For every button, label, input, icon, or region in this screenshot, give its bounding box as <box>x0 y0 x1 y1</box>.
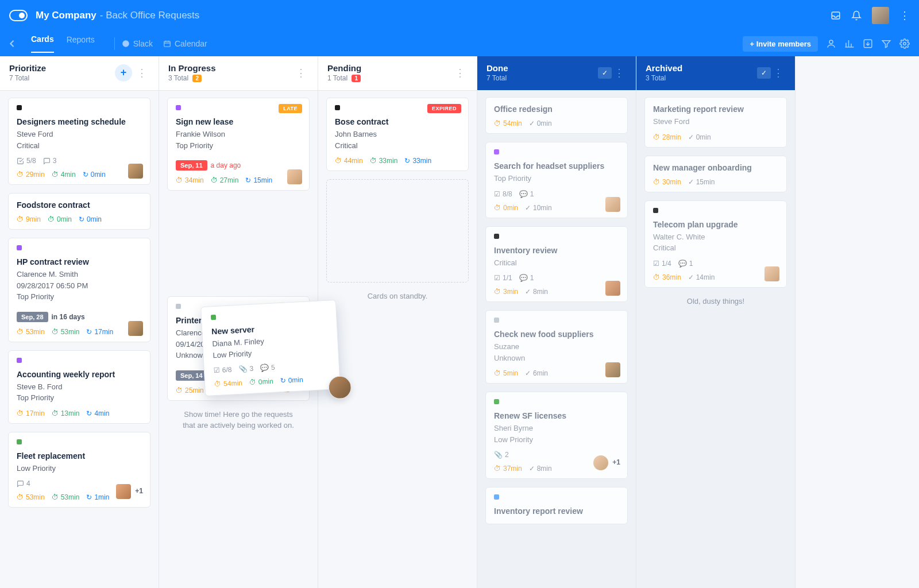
time-green: ⏱ 0min <box>48 215 72 223</box>
count-badge: 1 <box>352 75 361 82</box>
priority-dot-icon <box>494 234 499 239</box>
tab-cards[interactable]: Cards <box>31 34 54 53</box>
card[interactable]: Renew SF licenses Sheri Byrne Low Priori… <box>485 392 628 479</box>
inbox-icon[interactable] <box>831 10 841 21</box>
time-blue: ↻ 15min <box>245 176 272 184</box>
date-note: a day ago <box>211 161 241 169</box>
card[interactable]: Inventory review Critical ☑ 1/1💬 1 ⏱ 3mi… <box>485 226 628 303</box>
comments-count: 💬 1 <box>678 260 693 268</box>
card-date: 09/28/2017 06:50 PM <box>17 280 142 292</box>
column-header: In Progress 3 Total 2 ⋮ <box>159 56 318 91</box>
column-count: 3 Total 2 <box>168 74 294 82</box>
column-header: Prioritize 7 Total + ⋮ <box>0 56 159 91</box>
svg-point-3 <box>829 40 833 44</box>
time-done: ✓ 8min <box>525 288 548 296</box>
card[interactable]: Foodstore contract ⏱ 9min ⏱ 0min ↻ 0min <box>8 193 150 230</box>
extra-members: +1 <box>116 484 143 499</box>
time-blue: ↻ 17min <box>86 328 113 336</box>
card-assignee: Steve Ford <box>17 129 142 140</box>
card[interactable]: Fleet replacement Low Priority 4 ⏱ 53min… <box>8 432 150 508</box>
back-button[interactable] <box>9 40 15 48</box>
tab-reports[interactable]: Reports <box>67 35 95 52</box>
profile-icon[interactable] <box>826 38 836 49</box>
card-priority: Critical <box>494 257 619 269</box>
card-title: Marketing report review <box>653 105 778 114</box>
card[interactable]: EXPIRED Bose contract John Barnes Critic… <box>326 98 469 171</box>
column-menu-icon[interactable]: ⋮ <box>453 64 468 82</box>
column-menu-icon[interactable]: ⋮ <box>771 64 786 82</box>
time-orange: ⏱ 34min <box>176 176 204 184</box>
settings-icon[interactable] <box>899 38 910 49</box>
column-title: Prioritize <box>9 63 115 73</box>
card-priority: Critical <box>335 140 460 152</box>
card[interactable]: Check new food suppliers Suzane Unknown … <box>485 310 628 384</box>
card-title: Office redesign <box>494 105 619 114</box>
column-menu-icon[interactable]: ⋮ <box>134 64 149 82</box>
card-priority: Top Priority <box>17 291 142 303</box>
time-orange: ⏱ 28min <box>653 133 681 141</box>
date-pill: Sep, 14 <box>176 370 207 381</box>
card-avatar <box>128 321 143 336</box>
card-priority: Top Priority <box>494 173 619 184</box>
card[interactable]: Search for headset suppliers Top Priorit… <box>485 142 628 218</box>
tasks-count: 5/8 <box>17 157 36 165</box>
card-priority: Critical <box>653 242 778 254</box>
time-blue: ↻ 1min <box>86 493 109 501</box>
card-priority: Low Priority <box>17 463 142 474</box>
comments-count: 💬 5 <box>260 363 275 372</box>
bell-icon[interactable] <box>851 10 862 21</box>
expired-tag: EXPIRED <box>427 104 461 113</box>
time-orange: ⏱ 3min <box>494 288 518 296</box>
card[interactable]: Inventory report review <box>485 487 628 524</box>
card[interactable]: New manager onboarding ⏱ 30min✓ 15min <box>644 156 787 192</box>
main-menu-icon[interactable]: ⋮ <box>899 10 910 21</box>
column-title: Pending <box>327 63 453 73</box>
time-orange: ⏱ 54min <box>494 119 522 127</box>
card[interactable]: Designers meeting schedule Steve Ford Cr… <box>8 98 150 185</box>
kanban-board: Prioritize 7 Total + ⋮ Designers meeting… <box>0 56 919 588</box>
invite-members-button[interactable]: + Invite members <box>743 36 818 52</box>
card-assignee: Steve B. Ford <box>17 381 142 393</box>
card-priority: Top Priority <box>176 140 301 152</box>
card-avatar <box>287 169 302 184</box>
time-orange: ⏱ 53min <box>17 328 45 336</box>
time-orange: ⏱ 29min <box>17 171 45 179</box>
column-menu-icon[interactable]: ⋮ <box>294 64 308 82</box>
date-pill: Sep, 11 <box>176 160 207 171</box>
card[interactable]: Accounting weekly report Steve B. Ford T… <box>8 350 150 424</box>
card[interactable]: Marketing report review Steve Ford ⏱ 28m… <box>644 97 787 148</box>
card-title: HP contract review <box>17 257 142 266</box>
card-assignee: Suzane <box>494 341 619 353</box>
card[interactable]: Telecom plan upgrade Walter C. White Cri… <box>644 200 787 288</box>
card-title: Fleet replacement <box>17 451 142 461</box>
time-orange: ⏱ 30min <box>653 178 681 186</box>
time-done: ✓ 6min <box>525 369 548 377</box>
card-assignee: Clarence M. Smith <box>17 269 142 280</box>
user-avatar[interactable] <box>872 7 889 24</box>
card[interactable]: HP contract review Clarence M. Smith 09/… <box>8 238 150 342</box>
add-card-button[interactable]: + <box>115 64 132 82</box>
date-note: in 16 days <box>52 313 85 321</box>
stats-icon[interactable] <box>844 38 855 49</box>
priority-dot-icon <box>17 245 22 250</box>
tool-calendar[interactable]: Calendar <box>163 39 207 48</box>
tool-slack[interactable]: Slack <box>122 39 153 48</box>
column-footer-text: Old, dusty things! <box>644 296 787 307</box>
priority-dot-icon <box>653 208 658 213</box>
date-pill: Sep, 28 <box>17 312 48 322</box>
priority-dot-icon <box>17 439 22 444</box>
tasks-count: ☑ 8/8 <box>494 190 512 198</box>
tasks-count: ☑ 1/4 <box>653 260 671 268</box>
card[interactable]: Office redesign ⏱ 54min✓ 0min <box>485 97 628 134</box>
time-orange: ⏱ 17min <box>17 409 45 417</box>
dragging-card[interactable]: New server Diana M. Finley Low Priority … <box>200 300 341 396</box>
top-bar: My Company - Back Office Requests ⋮ <box>0 0 919 31</box>
column-count: 3 Total <box>646 74 752 82</box>
card[interactable]: LATE Sign new lease Frankie Wilson Top P… <box>167 98 310 191</box>
attachments-count: 📎 2 <box>494 451 509 459</box>
import-icon[interactable] <box>863 38 873 49</box>
filter-icon[interactable] <box>881 38 891 49</box>
drop-zone[interactable] <box>326 179 469 283</box>
time-orange: ⏱ 44min <box>335 157 363 165</box>
column-menu-icon[interactable]: ⋮ <box>612 64 627 82</box>
